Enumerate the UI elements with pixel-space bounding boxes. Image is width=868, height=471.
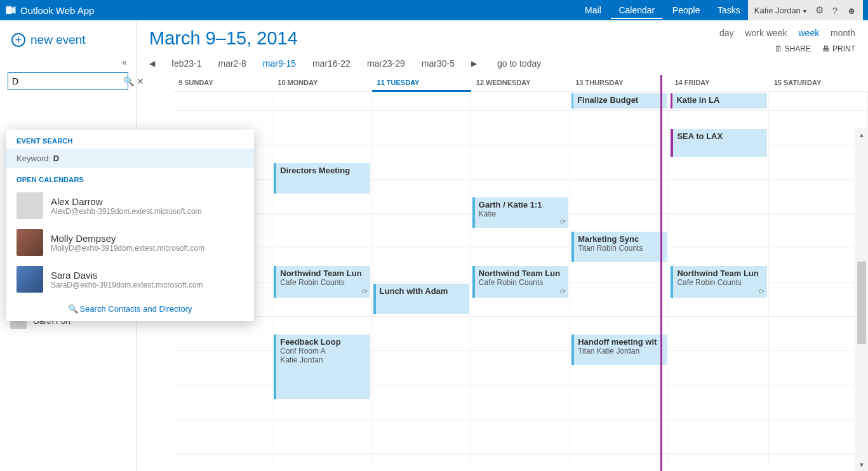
week-nav-item[interactable]: mar2-8 — [218, 58, 246, 69]
event-subtitle: Conf Room AKatie Jordan — [280, 347, 366, 364]
allday-cell[interactable] — [769, 92, 868, 110]
outlook-icon — [5, 4, 17, 16]
allday-event[interactable]: Katie in LA — [671, 93, 766, 109]
person-result[interactable]: Alex Darrow AlexD@exhb-3919dom.extest.mi… — [6, 187, 254, 224]
open-calendars-header: OPEN CALENDARS — [6, 168, 254, 187]
person-result[interactable]: Molly Dempsey MollyD@exhb-3919dom.extest… — [6, 224, 254, 261]
scroll-up-icon[interactable]: ▴ — [855, 128, 868, 141]
title-bar: March 9–15, 2014 day work week week mont… — [137, 20, 868, 53]
calendar-event[interactable]: Garth / Katie 1:1Katie⟳ — [472, 197, 568, 228]
day-header[interactable]: 12 WEDNESDAY — [471, 75, 570, 91]
keyword-row[interactable]: Keyword: D — [6, 149, 254, 168]
gear-icon[interactable]: ⚙ — [815, 4, 824, 16]
grid-columns: Directors MeetingNorthwind Team LunCafe … — [173, 111, 868, 467]
day-header[interactable]: 11 TUESDAY — [372, 75, 471, 92]
day-column[interactable]: Directors MeetingNorthwind Team LunCafe … — [272, 111, 371, 467]
view-day[interactable]: day — [719, 28, 734, 38]
date-range-title: March 9–15, 2014 — [149, 28, 298, 49]
top-bar: Outlook Web App Mail Calendar People Tas… — [0, 0, 868, 20]
day-header[interactable]: 14 FRIDAY — [669, 75, 768, 91]
day-column[interactable] — [769, 111, 868, 467]
collapse-sidebar-button[interactable]: « — [0, 57, 136, 67]
avatar — [17, 192, 43, 219]
allday-cell[interactable] — [272, 92, 371, 110]
allday-cell[interactable] — [173, 92, 272, 110]
person-name: Molly Dempsey — [51, 233, 204, 244]
prev-week-icon[interactable]: ◀ — [149, 59, 155, 68]
event-subtitle: Titan Katie Jordan — [578, 347, 664, 355]
day-headers: 9 SUNDAY10 MONDAY11 TUESDAY12 WEDNESDAY1… — [173, 75, 868, 92]
calendar-event[interactable]: Handoff meeting witTitan Katie Jordan — [571, 335, 667, 365]
nav-tasks[interactable]: Tasks — [710, 1, 748, 19]
nav-people[interactable]: People — [665, 1, 708, 19]
next-week-icon[interactable]: ▶ — [471, 59, 477, 68]
new-event-button[interactable]: + new event — [0, 29, 136, 57]
day-header[interactable]: 9 SUNDAY — [173, 75, 272, 91]
day-column[interactable]: Lunch with Adam — [372, 111, 471, 467]
user-presence-icon[interactable]: ☻ — [846, 5, 857, 16]
view-work-week[interactable]: work week — [745, 28, 787, 38]
share-button[interactable]: 🗓SHARE — [775, 44, 811, 53]
scroll-thumb[interactable] — [857, 262, 866, 344]
avatar — [17, 266, 43, 293]
week-nav-item[interactable]: mar9-15 — [263, 58, 296, 69]
search-icon[interactable]: 🔍 — [123, 76, 134, 86]
day-column[interactable]: Marketing SyncTitan Robin CountsHandoff … — [570, 111, 669, 467]
day-column[interactable]: SEA to LAXNorthwind Team LunCafe Robin C… — [669, 111, 768, 467]
allday-event[interactable]: Finalize Budget — [571, 93, 667, 109]
calendar-event[interactable]: Feedback LoopConf Room AKatie Jordan — [274, 335, 370, 399]
recurring-icon: ⟳ — [560, 288, 566, 296]
person-email: SaraD@exhb-3919dom.extest.microsoft.com — [51, 281, 203, 289]
day-header[interactable]: 13 THURSDAY — [570, 75, 669, 91]
event-search-header: EVENT SEARCH — [6, 129, 254, 149]
event-subtitle: Titan Robin Counts — [578, 244, 664, 253]
nav-calendar[interactable]: Calendar — [611, 1, 662, 19]
allday-cell[interactable] — [372, 92, 471, 110]
search-icon: 🔍 — [68, 304, 78, 314]
day-column[interactable]: Garth / Katie 1:1Katie⟳Northwind Team Lu… — [471, 111, 570, 467]
calendar-event[interactable]: Northwind Team LunCafe Robin Counts⟳ — [671, 266, 766, 298]
week-nav-item[interactable]: mar16-22 — [312, 58, 351, 69]
sidebar: + new event « 🔍 ✕ EVENT SEARCH Keyword: … — [0, 20, 137, 471]
calendar-event[interactable]: Directors Meeting — [274, 163, 370, 194]
calendar-event[interactable]: Northwind Team LunCafe Robin Counts⟳ — [274, 266, 370, 298]
person-result[interactable]: Sara Davis SaraD@exhb-3919dom.extest.mic… — [6, 261, 254, 298]
calendar-search-box[interactable]: 🔍 ✕ — [8, 72, 128, 90]
calendar-event[interactable]: Lunch with Adam — [373, 284, 469, 314]
event-title: Feedback Loop — [280, 337, 366, 347]
week-nav-item[interactable]: mar30-5 — [422, 58, 455, 69]
search-input[interactable] — [12, 75, 123, 88]
scroll-down-icon[interactable]: ▾ — [855, 458, 868, 471]
calendar-event[interactable]: Northwind Team LunCafe Robin Counts⟳ — [472, 266, 568, 298]
event-title: Garth / Katie 1:1 — [479, 200, 564, 209]
calendar-event[interactable]: Marketing SyncTitan Robin Counts — [571, 232, 667, 262]
user-menu[interactable]: Katie Jordan▾ — [754, 6, 806, 15]
allday-cell[interactable]: Finalize Budget — [570, 92, 669, 110]
event-title: Handoff meeting wit — [578, 337, 664, 347]
avatar — [17, 229, 43, 256]
grid-scroll[interactable]: 1p2p3p4p5p Directors MeetingNorthwind Te… — [173, 111, 868, 467]
vertical-scrollbar[interactable]: ▴ ▾ — [855, 128, 868, 471]
event-subtitle: Cafe Robin Counts — [280, 278, 366, 287]
go-to-today[interactable]: go to today — [497, 58, 541, 69]
view-month[interactable]: month — [831, 28, 855, 38]
view-week[interactable]: week — [799, 28, 820, 38]
person-email: MollyD@exhb-3919dom.extest.microsoft.com — [51, 244, 204, 253]
recurring-icon: ⟳ — [759, 288, 765, 296]
calendar-event[interactable]: SEA to LAX — [671, 129, 766, 157]
event-subtitle: Cafe Robin Counts — [677, 278, 763, 287]
event-title: Directors Meeting — [280, 166, 366, 175]
nav-mail[interactable]: Mail — [577, 1, 609, 19]
day-header[interactable]: 10 MONDAY — [272, 75, 371, 91]
top-nav: Mail Calendar People Tasks — [577, 1, 748, 19]
week-nav-item[interactable]: feb23-1 — [171, 58, 201, 69]
app-title: Outlook Web App — [20, 5, 94, 16]
week-nav-item[interactable]: mar23-29 — [367, 58, 405, 69]
help-icon[interactable]: ? — [832, 5, 838, 16]
allday-cell[interactable]: Katie in LA — [669, 92, 768, 110]
day-header[interactable]: 15 SATURDAY — [769, 75, 868, 91]
search-dropdown: EVENT SEARCH Keyword: D OPEN CALENDARS A… — [6, 129, 254, 321]
allday-cell[interactable] — [471, 92, 570, 110]
print-button[interactable]: 🖶PRINT — [822, 44, 855, 53]
search-directory-link[interactable]: 🔍Search Contacts and Directory — [6, 298, 254, 317]
